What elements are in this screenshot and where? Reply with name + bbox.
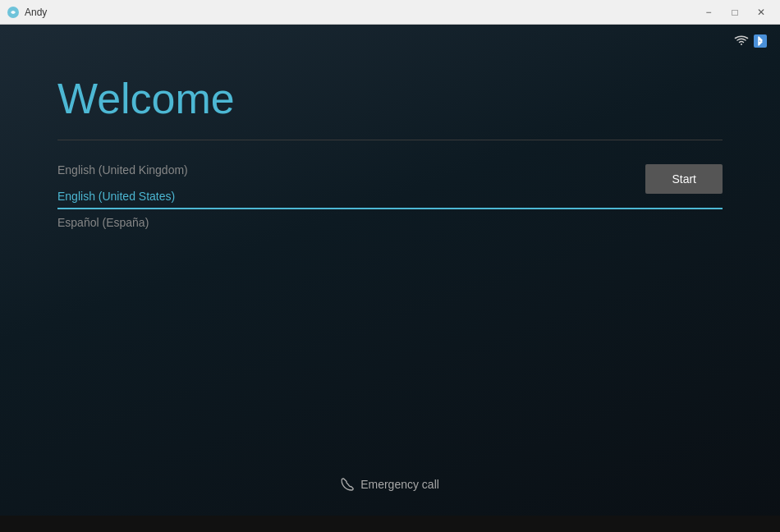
titlebar-controls: − □ ✕ — [696, 3, 773, 21]
emergency-call-label: Emergency call — [360, 478, 439, 491]
titlebar-left: Andy — [7, 6, 47, 19]
minimize-button[interactable]: − — [696, 3, 721, 21]
start-button[interactable]: Start — [645, 164, 723, 194]
welcome-title: Welcome — [57, 74, 723, 123]
status-bar — [734, 34, 767, 48]
bottom-bar — [0, 516, 780, 532]
maximize-button[interactable]: □ — [723, 3, 747, 21]
bluetooth-icon — [754, 34, 767, 48]
wifi-icon — [734, 35, 749, 47]
main-content: Welcome English (United Kingdom) English… — [0, 25, 780, 532]
phone-icon — [341, 478, 354, 491]
app-title: Andy — [25, 7, 47, 18]
emergency-call[interactable]: Emergency call — [341, 478, 439, 491]
language-item-en-uk[interactable]: English (United Kingdom) — [57, 157, 723, 183]
divider — [57, 140, 723, 140]
language-item-es-es[interactable]: Español (España) — [57, 209, 723, 236]
titlebar: Andy − □ ✕ — [0, 0, 780, 25]
welcome-section: Welcome English (United Kingdom) English… — [0, 25, 780, 236]
app-icon — [7, 6, 20, 19]
language-list: English (United Kingdom) English (United… — [57, 157, 723, 236]
language-item-en-us[interactable]: English (United States) — [57, 183, 723, 209]
close-button[interactable]: ✕ — [749, 3, 773, 21]
